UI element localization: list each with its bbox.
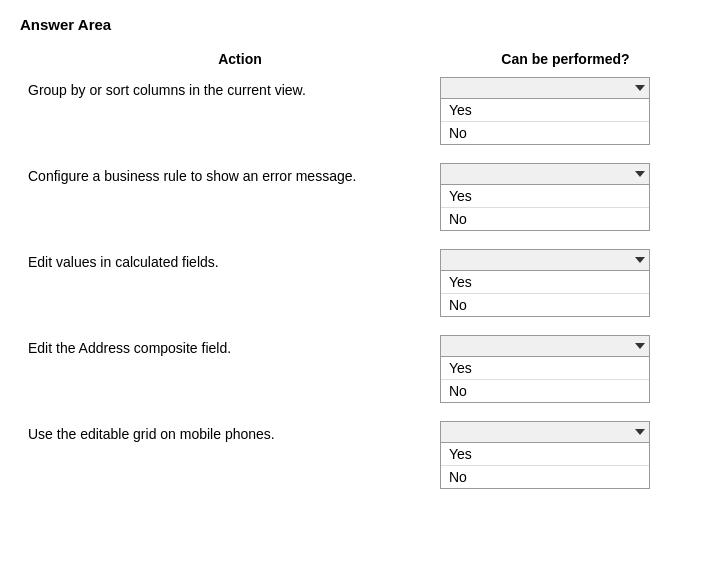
row5-dropdown-container: Yes No: [440, 421, 691, 489]
row5-action: Use the editable grid on mobile phones.: [20, 421, 440, 445]
row5-option-yes[interactable]: Yes: [441, 443, 649, 466]
row1-dropdown-container: Yes No: [440, 77, 691, 145]
table-row: Edit values in calculated fields. Yes No: [20, 249, 691, 317]
chevron-down-icon: [635, 343, 645, 349]
row3-dropdown-container: Yes No: [440, 249, 691, 317]
row3-option-no[interactable]: No: [441, 294, 649, 316]
chevron-down-icon: [635, 85, 645, 91]
header-can-perform: Can be performed?: [440, 51, 691, 67]
row1-action: Group by or sort columns in the current …: [20, 77, 440, 101]
answer-area-title: Answer Area: [20, 16, 691, 33]
row2-dropdown-options: Yes No: [440, 185, 650, 231]
row4-dropdown-trigger[interactable]: [440, 335, 650, 357]
chevron-down-icon: [635, 171, 645, 177]
row2-action: Configure a business rule to show an err…: [20, 163, 440, 187]
row3-option-yes[interactable]: Yes: [441, 271, 649, 294]
row5-option-no[interactable]: No: [441, 466, 649, 488]
row1-option-yes[interactable]: Yes: [441, 99, 649, 122]
table-row: Configure a business rule to show an err…: [20, 163, 691, 231]
row4-option-yes[interactable]: Yes: [441, 357, 649, 380]
chevron-down-icon: [635, 257, 645, 263]
answer-area: Answer Area Action Can be performed? Gro…: [20, 16, 691, 489]
row3-action: Edit values in calculated fields.: [20, 249, 440, 273]
row2-dropdown-trigger[interactable]: [440, 163, 650, 185]
row5-dropdown-options: Yes No: [440, 443, 650, 489]
table: Action Can be performed? Group by or sor…: [20, 51, 691, 489]
row1-dropdown-options: Yes No: [440, 99, 650, 145]
table-row: Group by or sort columns in the current …: [20, 77, 691, 145]
table-row: Use the editable grid on mobile phones. …: [20, 421, 691, 489]
table-header: Action Can be performed?: [20, 51, 691, 67]
row2-dropdown-container: Yes No: [440, 163, 691, 231]
row4-action: Edit the Address composite field.: [20, 335, 440, 359]
row3-dropdown-options: Yes No: [440, 271, 650, 317]
row4-dropdown-options: Yes No: [440, 357, 650, 403]
chevron-down-icon: [635, 429, 645, 435]
row5-dropdown-trigger[interactable]: [440, 421, 650, 443]
row2-option-no[interactable]: No: [441, 208, 649, 230]
table-row: Edit the Address composite field. Yes No: [20, 335, 691, 403]
row3-dropdown-trigger[interactable]: [440, 249, 650, 271]
row1-option-no[interactable]: No: [441, 122, 649, 144]
row1-dropdown-trigger[interactable]: [440, 77, 650, 99]
row2-option-yes[interactable]: Yes: [441, 185, 649, 208]
row4-option-no[interactable]: No: [441, 380, 649, 402]
header-action: Action: [20, 51, 440, 67]
row4-dropdown-container: Yes No: [440, 335, 691, 403]
